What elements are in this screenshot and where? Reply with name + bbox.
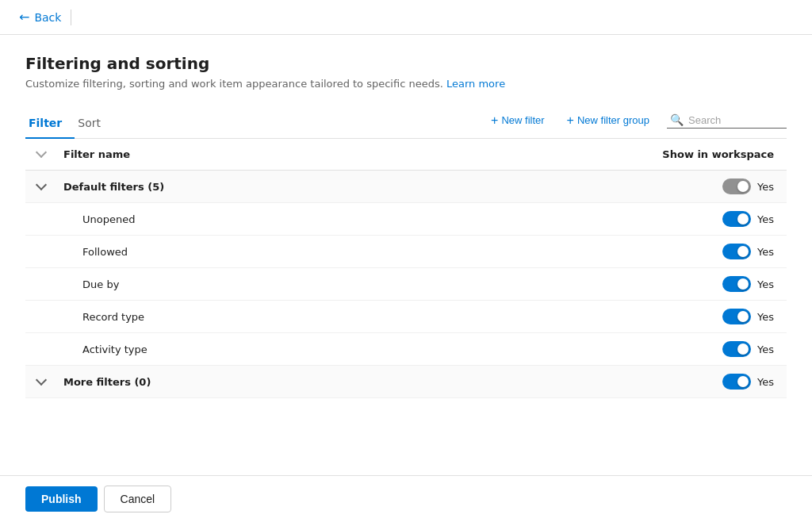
table-row: Due byYes	[25, 268, 787, 301]
toggle-thumb	[737, 376, 749, 387]
row-show-cell: Yes	[644, 301, 787, 333]
page-title: Filtering and sorting	[25, 54, 787, 73]
tab-filter[interactable]: Filter	[25, 109, 75, 139]
yes-label: Yes	[757, 376, 774, 388]
bottom-bar: Publish Cancel	[0, 475, 812, 522]
back-link[interactable]: ← Back	[19, 10, 61, 25]
chevron-down-icon[interactable]	[35, 374, 48, 387]
back-label: Back	[34, 11, 61, 24]
toggle-track	[722, 244, 751, 259]
row-toggle-cell	[25, 301, 57, 333]
table-row: More filters (0)Yes	[25, 366, 787, 398]
toggle-thumb	[737, 181, 749, 192]
table-row: Activity typeYes	[25, 333, 787, 366]
top-nav: ← Back	[0, 0, 812, 35]
row-show-cell: Yes	[644, 268, 787, 301]
yes-label: Yes	[757, 311, 774, 323]
yes-label: Yes	[757, 344, 774, 355]
row-toggle-cell	[25, 366, 57, 398]
tab-sort[interactable]: Sort	[75, 109, 113, 139]
toggle-thumb	[737, 278, 749, 290]
toggle-thumb	[737, 213, 749, 225]
toggle-track	[722, 341, 751, 357]
row-name-cell: Followed	[57, 236, 644, 268]
toggle-switch[interactable]	[722, 211, 751, 227]
chevron-down-icon[interactable]	[35, 179, 48, 192]
yes-label: Yes	[757, 246, 774, 258]
back-arrow-icon: ←	[19, 10, 29, 25]
publish-button[interactable]: Publish	[25, 486, 98, 512]
toggle-track	[722, 178, 751, 194]
table-row: FollowedYes	[25, 236, 787, 268]
row-show-cell: Yes	[644, 171, 787, 203]
row-name-cell: Default filters (5)	[57, 171, 644, 203]
toggle-thumb	[737, 246, 749, 257]
yes-label: Yes	[757, 181, 774, 193]
tabs-container: Filter Sort	[25, 109, 486, 138]
toggle-switch[interactable]	[722, 244, 751, 259]
toggle-track	[722, 211, 751, 227]
row-show-cell: Yes	[644, 366, 787, 398]
yes-label: Yes	[757, 278, 774, 290]
toggle-wrap: Yes	[650, 178, 774, 194]
cancel-button[interactable]: Cancel	[104, 486, 172, 512]
table-body: Default filters (5)YesUnopenedYesFollowe…	[25, 171, 787, 398]
tabs-toolbar: Filter Sort + New filter + New filter gr…	[25, 109, 787, 139]
search-box: 🔍	[667, 112, 787, 129]
filter-table: Filter name Show in workspace Default fi…	[25, 139, 787, 398]
row-toggle-cell	[25, 171, 57, 203]
learn-more-link[interactable]: Learn more	[446, 78, 505, 90]
row-name-cell: More filters (0)	[57, 366, 644, 398]
row-show-cell: Yes	[644, 236, 787, 268]
col-show-header: Show in workspace	[644, 139, 787, 171]
toggle-wrap: Yes	[650, 309, 774, 324]
toggle-thumb	[737, 344, 749, 355]
toggle-track	[722, 276, 751, 292]
toggle-wrap: Yes	[650, 374, 774, 390]
row-toggle-cell	[25, 333, 57, 366]
toggle-track	[722, 309, 751, 324]
toolbar: + New filter + New filter group 🔍	[486, 110, 787, 137]
table-header-row: Filter name Show in workspace	[25, 139, 787, 171]
toggle-switch[interactable]	[722, 309, 751, 324]
toggle-wrap: Yes	[650, 211, 774, 227]
new-filter-group-label: New filter group	[577, 114, 649, 126]
header-chevron-icon[interactable]	[35, 147, 48, 159]
search-input[interactable]	[688, 114, 783, 126]
row-name-cell: Due by	[57, 268, 644, 301]
row-show-cell: Yes	[644, 203, 787, 236]
table-row: Default filters (5)Yes	[25, 171, 787, 203]
new-filter-label: New filter	[501, 114, 544, 126]
table-row: Record typeYes	[25, 301, 787, 333]
table-row: UnopenedYes	[25, 203, 787, 236]
row-name-cell: Record type	[57, 301, 644, 333]
row-toggle-cell	[25, 236, 57, 268]
col-name-header: Filter name	[57, 139, 644, 171]
row-name-cell: Unopened	[57, 203, 644, 236]
row-toggle-cell	[25, 268, 57, 301]
subtitle-text: Customize filtering, sorting and work it…	[25, 78, 443, 90]
nav-divider	[71, 10, 71, 25]
new-filter-group-button[interactable]: + New filter group	[562, 110, 654, 131]
search-icon: 🔍	[670, 113, 684, 126]
toggle-switch[interactable]	[722, 276, 751, 292]
plus-icon: +	[491, 113, 498, 128]
page-subtitle: Customize filtering, sorting and work it…	[25, 78, 787, 90]
new-filter-button[interactable]: + New filter	[486, 110, 550, 131]
row-name-cell: Activity type	[57, 333, 644, 366]
yes-label: Yes	[757, 213, 774, 225]
toggle-wrap: Yes	[650, 276, 774, 292]
row-show-cell: Yes	[644, 333, 787, 366]
main-content: Filtering and sorting Customize filterin…	[0, 35, 812, 475]
toggle-switch[interactable]	[722, 178, 751, 194]
toggle-wrap: Yes	[650, 341, 774, 357]
col-toggle-header	[25, 139, 57, 171]
toggle-thumb	[737, 311, 749, 322]
toggle-switch[interactable]	[722, 374, 751, 390]
toggle-switch[interactable]	[722, 341, 751, 357]
toggle-wrap: Yes	[650, 244, 774, 259]
plus-icon-2: +	[567, 113, 574, 128]
row-toggle-cell	[25, 203, 57, 236]
toggle-track	[722, 374, 751, 390]
